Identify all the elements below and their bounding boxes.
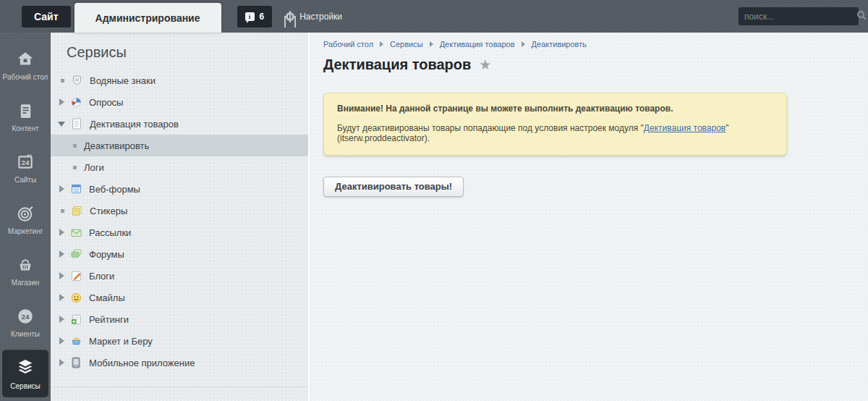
rail-item-clients[interactable]: 24 Клиенты: [0, 297, 51, 348]
menu-item-webforms[interactable]: Веб-формы: [51, 178, 308, 200]
forums-chat-icon: [70, 248, 82, 260]
svg-text:24: 24: [22, 159, 30, 166]
menu-item-logs[interactable]: Логи: [51, 156, 308, 178]
expand-arrow-icon[interactable]: [59, 359, 64, 366]
notifications-count: 6: [260, 12, 265, 22]
rail-item-content[interactable]: Контент: [0, 91, 51, 143]
search-input[interactable]: [744, 12, 856, 22]
deactivate-products-button[interactable]: Деактивировать товары!: [323, 177, 464, 197]
main-content: Рабочий стол Сервисы Дективация товаров …: [311, 33, 868, 401]
deactivation-doc-icon: [71, 118, 82, 130]
watermark-shield-icon: [71, 75, 82, 86]
page-title: Дективация товаров: [323, 56, 471, 73]
warning-box: Внимание! На данной странице вы можете в…: [323, 93, 787, 156]
menu-item-deactivate[interactable]: Деактивировть: [51, 135, 308, 156]
bullet-icon: [61, 79, 64, 83]
webforms-icon: [70, 183, 82, 195]
market-cart-icon: [70, 335, 82, 347]
menu-item-blogs[interactable]: Блоги: [51, 265, 308, 287]
tab-site-label: Сайт: [34, 11, 59, 22]
menu-item-market[interactable]: Маркет и Беру: [51, 330, 308, 352]
menu-item-label: Веб-формы: [89, 184, 140, 195]
content-document-icon: [17, 102, 35, 122]
rail-item-services[interactable]: Сервисы: [2, 350, 48, 397]
menu-item-label: Деактивировть: [84, 140, 149, 151]
expand-arrow-icon[interactable]: [59, 337, 64, 345]
desktop-home-icon: [16, 50, 35, 70]
menu-item-label: Маркет и Беру: [89, 336, 153, 347]
warning-line2-prefix: Будут деактивированы товары попадающие п…: [337, 123, 644, 133]
rail-item-marketing[interactable]: Маркетинг: [0, 194, 51, 245]
panel-heading: Сервисы: [51, 33, 308, 69]
rail-item-label: Магазин: [12, 279, 40, 287]
bullet-icon: [73, 166, 77, 169]
polls-pie-icon: [70, 96, 82, 108]
menu-item-polls[interactable]: Опросы: [51, 91, 308, 113]
mobile-app-icon: [70, 357, 82, 368]
menu-item-label: Дективация товаров: [90, 119, 179, 130]
rail-item-label: Контент: [12, 124, 38, 132]
warning-line1: Внимание! На данной странице вы можете в…: [337, 104, 773, 114]
rail-item-sites[interactable]: 24 Сайты: [0, 143, 51, 194]
tab-administration[interactable]: Администрирование: [75, 3, 221, 33]
expand-arrow-icon[interactable]: [59, 98, 64, 106]
warning-module-link[interactable]: Дективация товаров: [644, 123, 726, 133]
menu-item-label: Логи: [84, 162, 104, 173]
tab-administration-label: Администрирование: [95, 12, 200, 24]
bullet-icon: [61, 209, 64, 213]
breadcrumb-link-desktop[interactable]: Рабочий стол: [323, 40, 373, 48]
notifications-badge[interactable]: i 6: [237, 6, 273, 28]
clients-24-icon: 24: [16, 307, 35, 327]
stickers-icon: [71, 205, 82, 216]
expand-arrow-icon[interactable]: [59, 185, 64, 193]
menu-item-watermarks[interactable]: Водяные знаки: [51, 69, 308, 91]
menu-item-label: Блоги: [89, 271, 114, 282]
breadcrumb-separator-icon: [380, 41, 383, 47]
services-layers-icon: [15, 358, 35, 379]
search-box[interactable]: [739, 7, 859, 25]
smiles-smiley-icon: [70, 292, 82, 303]
gear-icon: [285, 12, 295, 22]
collapse-arrow-icon[interactable]: [58, 122, 65, 127]
expand-arrow-icon[interactable]: [59, 272, 64, 279]
menu-divider: [51, 387, 308, 387]
breadcrumb-separator-icon: [522, 41, 525, 47]
rail-item-label: Сервисы: [10, 382, 40, 390]
menu-item-deactivation-module[interactable]: Дективация товаров: [51, 113, 308, 135]
rail-item-shop[interactable]: Магазин: [0, 245, 51, 297]
rail-item-desktop[interactable]: Рабочий стол: [0, 40, 51, 91]
menu-item-label: Стикеры: [90, 206, 127, 216]
breadcrumb-link-deactivation-module[interactable]: Дективация товаров: [440, 40, 515, 48]
breadcrumb-separator-icon: [430, 41, 433, 47]
newsletters-envelope-icon: [70, 227, 82, 238]
menu-item-stickers[interactable]: Стикеры: [51, 200, 308, 221]
services-menu: Водяные знаки Опросы Дективация товаров …: [51, 69, 308, 387]
bullet-icon: [73, 144, 77, 148]
expand-arrow-icon[interactable]: [59, 229, 64, 236]
settings-button[interactable]: Настройки: [285, 6, 342, 28]
expand-arrow-icon[interactable]: [59, 250, 64, 258]
rail-item-label: Клиенты: [11, 330, 40, 338]
search-icon[interactable]: [856, 10, 867, 23]
breadcrumb: Рабочий стол Сервисы Дективация товаров …: [323, 40, 855, 48]
menu-item-forums[interactable]: Форумы: [51, 243, 308, 265]
favorite-star-icon[interactable]: ★: [479, 56, 491, 73]
expand-arrow-icon[interactable]: [59, 316, 64, 323]
breadcrumb-link-deactivate[interactable]: Деактивировть: [532, 40, 587, 48]
menu-item-ratings[interactable]: Рейтинги: [51, 308, 308, 330]
menu-item-mobile-app[interactable]: Мобильное приложение: [51, 352, 308, 373]
menu-item-label: Смайлы: [89, 292, 125, 303]
topbar: Сайт Администрирование i 6 Настройки: [0, 0, 868, 33]
warning-line2: Будут деактивированы товары попадающие п…: [337, 123, 773, 143]
rail-item-label: Рабочий стол: [3, 73, 48, 81]
title-row: Дективация товаров ★: [323, 56, 855, 73]
menu-item-label: Мобильное приложение: [89, 358, 195, 368]
menu-item-label: Водяные знаки: [90, 75, 156, 86]
tab-site[interactable]: Сайт: [22, 6, 71, 28]
expand-arrow-icon[interactable]: [59, 294, 64, 301]
menu-item-label: Рассылки: [89, 227, 131, 238]
menu-item-smiles[interactable]: Смайлы: [51, 287, 308, 308]
breadcrumb-link-services[interactable]: Сервисы: [390, 40, 423, 48]
menu-item-label: Рейтинги: [89, 314, 129, 325]
menu-item-newsletters[interactable]: Рассылки: [51, 221, 308, 243]
